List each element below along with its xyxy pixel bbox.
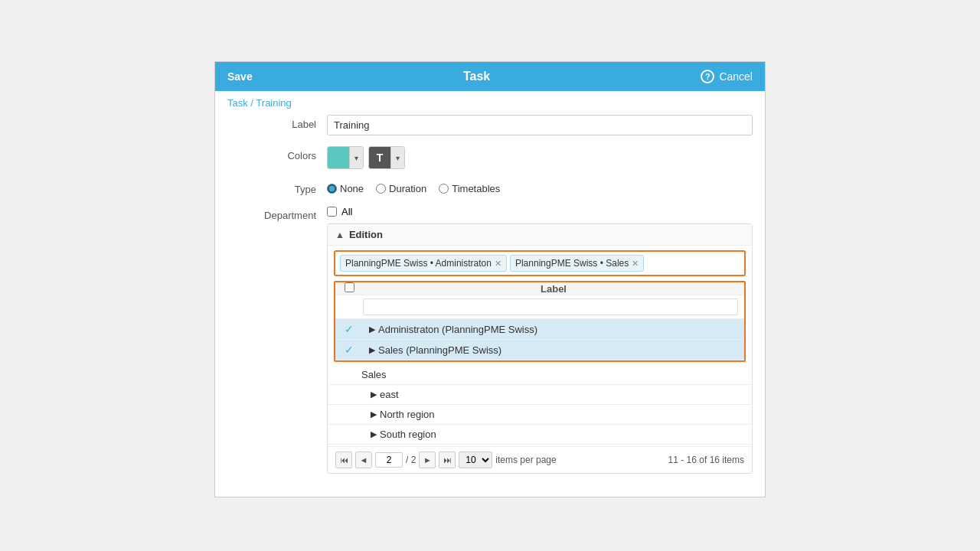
table-row: ✓ ▶ Sales (PlanningPME Swiss) (335, 340, 744, 360)
checkmark-icon: ✓ (345, 323, 354, 335)
tree-select-all-checkbox[interactable] (345, 282, 354, 292)
row-label-cell[interactable]: ▶ Administraton (PlanningPME Swiss) (363, 319, 744, 340)
checkmark-icon: ✓ (345, 344, 354, 356)
table-row: ✓ ▶ Administraton (PlanningPME Swiss) (335, 319, 744, 340)
main-container: Save Task ? Cancel Task / Training Label… (214, 61, 766, 497)
row-check-cell (328, 405, 355, 425)
label-field-label: Label (227, 115, 327, 130)
expand-icon[interactable]: ▶ (371, 429, 377, 439)
type-duration-label: Duration (389, 183, 426, 194)
tree-check-header (335, 282, 363, 295)
breadcrumb: Task / Training (215, 91, 765, 115)
tag-2-text: PlanningPME Swiss • Sales (515, 258, 629, 269)
tags-area[interactable]: PlanningPME Swiss • Administraton ✕ Plan… (334, 250, 746, 276)
label-input[interactable] (327, 115, 753, 135)
type-option-timetables[interactable]: Timetables (439, 183, 500, 194)
colors-content: ▾ T ▾ (327, 146, 753, 169)
bg-color-swatch (328, 147, 349, 168)
breadcrumb-separator: / (248, 97, 256, 109)
help-icon: ? (701, 70, 714, 83)
edition-arrow-icon: ▲ (335, 230, 345, 240)
cancel-button[interactable]: Cancel (719, 70, 753, 83)
table-row: ▶ east (328, 385, 752, 405)
tree-search-input[interactable] (363, 298, 738, 315)
label-field-content (327, 115, 753, 135)
dept-box: ▲ Edition PlanningPME Swiss • Administra… (327, 223, 753, 474)
type-none-radio[interactable] (327, 184, 337, 194)
expand-icon[interactable]: ▶ (371, 390, 377, 399)
tag-1-close[interactable]: ✕ (495, 259, 501, 269)
row-label: South region (380, 429, 436, 440)
expand-icon[interactable]: ▶ (371, 409, 377, 419)
type-label: Type (227, 180, 327, 195)
row-label: east (380, 389, 399, 400)
row-check-cell: ✓ (335, 340, 363, 360)
type-option-duration[interactable]: Duration (376, 183, 426, 194)
type-timetables-label: Timetables (452, 183, 500, 194)
edition-section-header[interactable]: ▲ Edition (328, 224, 752, 246)
type-row: Type None Duration Timetables (227, 180, 753, 195)
bg-color-button[interactable]: ▾ (327, 146, 364, 169)
tree-table: Label (335, 282, 744, 360)
department-row: Department All ▲ Edition (227, 206, 753, 474)
save-button[interactable]: Save (227, 70, 253, 83)
expand-icon[interactable]: ▶ (369, 345, 375, 355)
row-label: Sales (PlanningPME Swiss) (378, 344, 501, 356)
next-page-button[interactable]: ► (419, 452, 436, 468)
row-label-cell[interactable]: Sales (355, 365, 752, 385)
label-row: Label (227, 115, 753, 135)
breadcrumb-current: Training (256, 97, 291, 109)
row-label: Administraton (PlanningPME Swiss) (378, 324, 537, 335)
tag-2-close[interactable]: ✕ (632, 259, 639, 269)
dept-all-label: All (341, 206, 352, 217)
type-duration-radio[interactable] (376, 184, 386, 194)
tree-label-header: Label (363, 282, 744, 295)
page-of-label: / 2 (406, 455, 416, 465)
text-color-button[interactable]: T ▾ (368, 146, 405, 169)
tag-2[interactable]: PlanningPME Swiss • Sales ✕ (510, 255, 644, 272)
header-bar: Save Task ? Cancel (215, 62, 765, 91)
tree-search-row (335, 295, 744, 319)
table-row: Sales (328, 365, 752, 385)
tag-1[interactable]: PlanningPME Swiss • Administraton ✕ (340, 255, 507, 272)
edition-section-title: Edition (349, 229, 383, 240)
pagination-total: 11 - 16 of 16 items (668, 455, 744, 465)
row-check-cell (328, 425, 355, 445)
department-content: All ▲ Edition PlanningPME Swiss • Admini… (327, 206, 753, 474)
first-page-button[interactable]: ⏮ (335, 452, 352, 468)
row-label-cell[interactable]: ▶ Sales (PlanningPME Swiss) (363, 340, 744, 360)
colors-label: Colors (227, 146, 327, 161)
expand-icon[interactable]: ▶ (369, 324, 375, 334)
type-option-none[interactable]: None (327, 183, 364, 194)
row-label: Sales (361, 369, 387, 380)
table-row: ▶ South region (328, 425, 752, 445)
tree-header-row: Label (335, 282, 744, 295)
items-per-page-select[interactable]: 10 25 50 (459, 452, 492, 468)
row-label-cell[interactable]: ▶ South region (355, 425, 752, 445)
type-timetables-radio[interactable] (439, 184, 449, 194)
dept-all-row: All (327, 206, 753, 217)
bg-color-arrow[interactable]: ▾ (349, 147, 363, 168)
page-input[interactable] (375, 452, 403, 468)
pagination: ⏮ ◄ / 2 ► ⏭ 10 25 50 items per page 11 -… (328, 446, 752, 473)
row-label-cell[interactable]: ▶ east (355, 385, 752, 405)
tree-highlighted-wrapper: Label (334, 281, 746, 362)
header-title: Task (463, 70, 490, 83)
type-options: None Duration Timetables (327, 180, 753, 194)
row-check-cell (328, 385, 355, 405)
row-label: North region (380, 409, 435, 420)
breadcrumb-task-link[interactable]: Task (227, 97, 248, 109)
row-check-cell: ✓ (335, 319, 363, 340)
department-label: Department (227, 206, 327, 221)
prev-page-button[interactable]: ◄ (355, 452, 372, 468)
dept-all-checkbox[interactable] (327, 207, 337, 217)
row-check-cell (328, 365, 355, 385)
cancel-area[interactable]: ? Cancel (701, 70, 753, 83)
row-label-cell[interactable]: ▶ North region (355, 405, 752, 425)
text-color-arrow[interactable]: ▾ (390, 147, 404, 168)
tag-1-text: PlanningPME Swiss • Administraton (345, 258, 492, 269)
form-body: Label Colors ▾ T ▾ Type (215, 115, 765, 497)
tree-table-lower: Sales ▶ east (328, 365, 752, 445)
last-page-button[interactable]: ⏭ (439, 452, 456, 468)
table-row: ▶ North region (328, 405, 752, 425)
